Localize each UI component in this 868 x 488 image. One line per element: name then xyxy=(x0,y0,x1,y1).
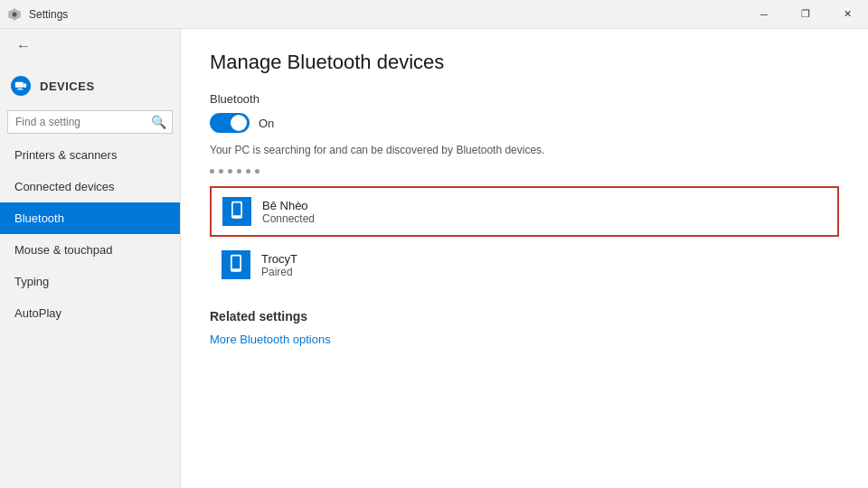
toggle-label: On xyxy=(259,117,274,130)
bluetooth-toggle[interactable] xyxy=(210,113,250,133)
sidebar-app-title: DEVICES xyxy=(40,80,95,93)
search-icon: 🔍 xyxy=(151,115,166,129)
titlebar-title: Settings xyxy=(29,8,68,21)
close-button[interactable]: ✕ xyxy=(826,0,868,29)
device-name-trocyt: TrocyT xyxy=(261,252,297,266)
svg-rect-4 xyxy=(24,83,27,87)
main-content: Manage Bluetooth devices Bluetooth On Yo… xyxy=(181,29,868,488)
app-container: ← DEVICES 🔍 Printers & scanners Connecte… xyxy=(0,29,868,488)
sidebar-nav: Printers & scanners Connected devices Bl… xyxy=(0,139,180,488)
device-item-trocyt[interactable]: TrocyT Paired xyxy=(210,240,839,289)
device-status-be-nheo: Connected xyxy=(262,212,315,225)
sidebar-item-mouse[interactable]: Mouse & touchpad xyxy=(0,234,180,266)
titlebar-left: Settings xyxy=(7,7,68,22)
svg-point-10 xyxy=(235,270,238,273)
device-item-be-nheo[interactable]: Bê Nhèo Connected xyxy=(210,186,839,237)
sidebar-item-autoplay[interactable]: AutoPlay xyxy=(0,297,180,329)
sidebar-item-printers[interactable]: Printers & scanners xyxy=(0,139,180,171)
scanning-dots xyxy=(210,169,839,174)
sidebar-header: DEVICES xyxy=(0,63,180,105)
svg-rect-3 xyxy=(17,89,24,90)
device-info-trocyt: TrocyT Paired xyxy=(261,252,297,278)
back-button[interactable]: ← xyxy=(11,36,36,56)
restore-button[interactable]: ❐ xyxy=(785,0,826,29)
status-text: Your PC is searching for and can be disc… xyxy=(210,144,839,156)
svg-rect-1 xyxy=(15,82,24,88)
related-settings-title: Related settings xyxy=(210,309,839,324)
settings-icon xyxy=(7,7,22,22)
search-input[interactable] xyxy=(15,116,151,128)
dot-2 xyxy=(219,169,223,174)
svg-point-7 xyxy=(236,217,239,220)
more-bluetooth-options-link[interactable]: More Bluetooth options xyxy=(210,333,331,346)
sidebar: ← DEVICES 🔍 Printers & scanners Connecte… xyxy=(0,29,181,488)
dot-5 xyxy=(246,169,250,174)
minimize-button[interactable]: ─ xyxy=(743,0,785,29)
device-icon-trocyt xyxy=(222,250,250,279)
dot-4 xyxy=(237,169,241,174)
devices-icon xyxy=(11,76,31,96)
back-area: ← xyxy=(0,29,180,63)
toggle-knob xyxy=(231,115,247,131)
dot-6 xyxy=(255,169,259,174)
page-title: Manage Bluetooth devices xyxy=(210,51,839,74)
device-status-trocyt: Paired xyxy=(261,266,297,278)
sidebar-item-connected[interactable]: Connected devices xyxy=(0,171,180,202)
device-name-be-nheo: Bê Nhèo xyxy=(262,199,315,212)
dot-3 xyxy=(228,169,232,174)
device-info-be-nheo: Bê Nhèo Connected xyxy=(262,199,315,225)
svg-rect-9 xyxy=(232,257,241,269)
bluetooth-label: Bluetooth xyxy=(210,92,839,106)
toggle-row: On xyxy=(210,113,839,133)
titlebar: Settings ─ ❐ ✕ xyxy=(0,0,868,29)
dot-1 xyxy=(210,169,214,174)
sidebar-item-typing[interactable]: Typing xyxy=(0,266,180,297)
sidebar-item-bluetooth[interactable]: Bluetooth xyxy=(0,202,180,234)
device-icon-be-nheo xyxy=(222,197,251,226)
titlebar-controls: ─ ❐ ✕ xyxy=(743,0,868,29)
svg-rect-6 xyxy=(233,203,241,216)
search-bar[interactable]: 🔍 xyxy=(7,110,173,134)
